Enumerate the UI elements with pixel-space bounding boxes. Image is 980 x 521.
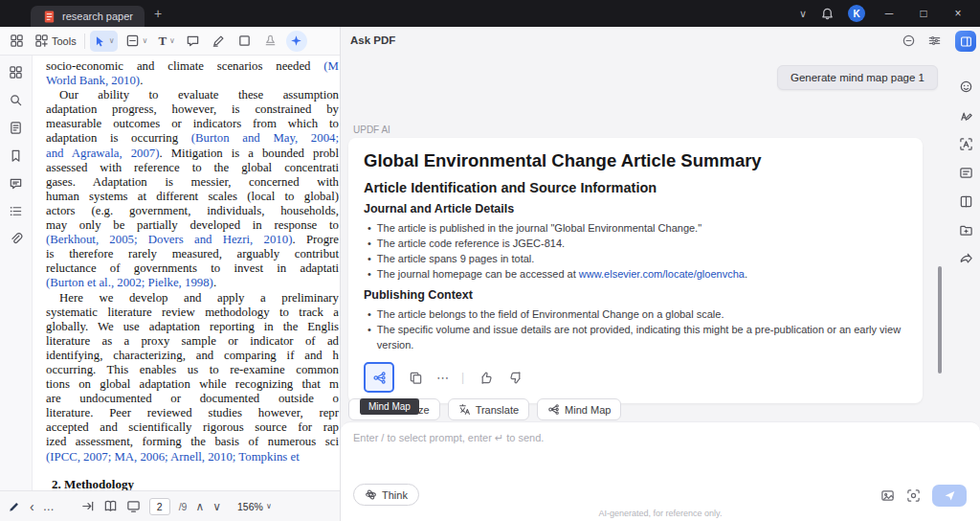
pdf-text-line: and Agrawala, 2007). Mitigation is a bou…	[46, 147, 339, 161]
tools-button[interactable]: Tools	[32, 31, 79, 52]
book-view-icon[interactable]	[103, 499, 118, 513]
new-tab-button[interactable]: +	[154, 6, 162, 21]
thumbs-down-icon	[509, 371, 523, 385]
chevron-down-icon[interactable]: ∨	[169, 36, 175, 45]
summary-bullets: •The article belongs to the field of Env…	[368, 306, 907, 352]
mind-map-icon	[372, 371, 387, 385]
annotation-icon[interactable]	[9, 176, 23, 191]
page-layout-icon	[125, 34, 140, 48]
highlighter-icon	[212, 34, 226, 48]
titlebar: research paper + ∨ K ─ □ ×	[0, 0, 980, 27]
page-total-label: /9	[179, 501, 188, 512]
maximize-button[interactable]: □	[913, 7, 934, 20]
search-icon[interactable]	[9, 93, 23, 107]
pdf-text-line: literature. Peer reviewed studies howeve…	[46, 406, 339, 420]
panel-scrollbar[interactable]	[938, 266, 942, 374]
share-icon[interactable]	[959, 252, 973, 266]
mind-map-icon	[547, 403, 560, 416]
send-button[interactable]	[932, 485, 967, 507]
pdf-text-line: assessed with reference to the global co…	[46, 161, 339, 175]
reader-mode-icon[interactable]	[959, 194, 973, 209]
tools-label: Tools	[52, 35, 77, 47]
continuous-scroll-icon[interactable]	[80, 499, 95, 513]
ocr-icon[interactable]	[959, 137, 973, 151]
minimize-button[interactable]: ─	[879, 7, 900, 20]
ai-panel-toggle-button[interactable]	[955, 31, 976, 52]
more-options-button[interactable]: …	[43, 500, 55, 513]
ai-assistant-button[interactable]	[286, 31, 307, 52]
collapse-panel-button[interactable]: ‹	[30, 499, 34, 514]
form-field-icon[interactable]	[959, 166, 973, 180]
thumbnails-icon[interactable]	[9, 65, 23, 79]
pdf-toolbar: Tools ∨ ∨ T ∨	[0, 27, 340, 56]
summary-bullets: •The article is published in the journal…	[368, 220, 907, 282]
square-shape-icon	[237, 34, 252, 48]
tab-title: research paper	[62, 11, 133, 22]
document-tab[interactable]: research paper	[31, 6, 145, 27]
attachment-icon[interactable]	[9, 232, 23, 246]
thumbs-down-button[interactable]	[506, 368, 525, 387]
cursor-icon	[93, 34, 106, 48]
comment-icon	[186, 34, 200, 48]
pdf-text-line: Here we develop and apply a preliminary	[46, 291, 339, 306]
pdf-page[interactable]: socio-economic and climate scenarios nee…	[33, 56, 340, 490]
screenshot-icon[interactable]	[906, 488, 921, 503]
ai-disclaimer: AI-generated, for reference only.	[341, 509, 980, 518]
outline-icon[interactable]	[9, 121, 23, 135]
think-toggle-button[interactable]: Think	[353, 484, 419, 506]
page-number-input[interactable]	[149, 498, 170, 515]
next-page-button[interactable]: ∨	[212, 500, 221, 513]
pdf-section-heading: 2. Methodology	[52, 477, 340, 490]
titlebar-chevron-down-icon[interactable]: ∨	[799, 8, 807, 20]
ai-assistant-icon[interactable]	[959, 79, 973, 94]
ai-pane: Ask PDF Generate mind map page 1 UPDF AI…	[341, 27, 980, 521]
presentation-icon[interactable]	[126, 499, 141, 513]
think-label: Think	[382, 489, 408, 501]
edit-text-icon[interactable]	[959, 108, 973, 123]
collapse-chat-icon[interactable]	[902, 34, 916, 48]
page-layout-button[interactable]: ∨	[122, 31, 151, 52]
grid-icon	[10, 34, 24, 48]
chevron-down-icon[interactable]: ∨	[143, 36, 148, 45]
ai-response-card: Global Environmental Change Article Summ…	[348, 138, 923, 403]
pdf-text-line: ized assessment, forming the basis of nu…	[46, 435, 339, 449]
summary-bullet-item: •The article belongs to the field of Env…	[368, 306, 907, 322]
quick-action-label: Translate	[476, 404, 519, 416]
pdf-text-line: (IPCC, 2007; MA, 2006; Arnell, 2010; Tom…	[46, 450, 339, 464]
prompt-input-panel: Think AI-generated, for reference only.	[341, 421, 980, 521]
app-menu-button[interactable]	[6, 31, 27, 52]
comment-tool-button[interactable]	[183, 31, 204, 52]
stamp-tool-button[interactable]	[260, 31, 281, 52]
pdf-text-line: human systems at different scales (local…	[46, 190, 339, 204]
thumbs-up-icon	[479, 371, 493, 385]
highlighter-tool-button[interactable]	[209, 31, 230, 52]
organize-pages-icon[interactable]	[959, 223, 973, 238]
pdf-text-line: actors (e.g. government, individuals, ho…	[46, 204, 339, 218]
copy-response-button[interactable]	[406, 368, 425, 387]
pdf-text-line: World Bank, 2010).	[46, 74, 339, 88]
signature-pen-icon[interactable]	[8, 500, 21, 513]
pdf-text-line: are undocumented or documented outside o	[46, 392, 339, 406]
select-tool-button[interactable]: ∨	[90, 31, 118, 52]
bookmark-icon[interactable]	[9, 148, 23, 163]
thumbs-up-button[interactable]	[476, 368, 495, 387]
insert-image-icon[interactable]	[880, 488, 895, 503]
user-avatar[interactable]: K	[848, 5, 865, 22]
shape-tool-button[interactable]	[234, 31, 256, 52]
tools-icon	[34, 34, 49, 48]
zoom-control[interactable]: 156% ∨	[237, 501, 272, 512]
translate-button[interactable]: Translate	[448, 398, 529, 420]
toolbar-divider	[84, 34, 85, 49]
previous-page-button[interactable]: ∧	[195, 500, 204, 513]
prompt-input[interactable]	[353, 432, 968, 443]
mind-map-button[interactable]: Mind Map	[537, 398, 621, 420]
mind-map-action-button[interactable]: Mind Map	[364, 362, 394, 393]
close-button[interactable]: ×	[947, 7, 969, 20]
annotation-list-icon[interactable]	[9, 204, 23, 218]
chat-history-filter-icon[interactable]	[927, 34, 942, 48]
notifications-bell-icon[interactable]	[820, 7, 835, 21]
more-actions-button[interactable]: ⋯	[436, 371, 450, 385]
text-tool-button[interactable]: T ∨	[155, 31, 178, 52]
chevron-down-icon[interactable]: ∨	[109, 36, 115, 45]
generate-mind-map-button[interactable]: Generate mind map page 1	[777, 65, 938, 90]
